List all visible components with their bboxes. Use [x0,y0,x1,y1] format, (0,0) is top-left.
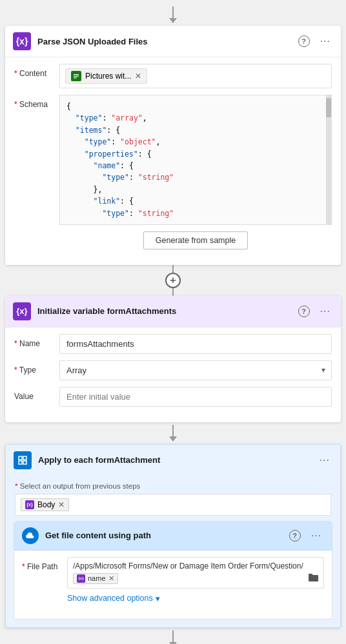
parse-json-actions: ? ··· [296,34,333,48]
code-line-5: "properties": { [66,148,325,160]
svg-rect-5 [19,461,22,464]
svg-rect-3 [19,456,22,460]
loop-more-button[interactable]: ··· [317,453,332,467]
code-line-10: "type": "string" [66,208,325,219]
var-name-row: Name [14,334,332,354]
content-tags-row[interactable]: Pictures wit... ✕ [59,64,332,88]
schema-field-row: Schema { "type": "array", "items": { "ty… [14,95,332,249]
content-value: Pictures wit... ✕ [59,64,332,88]
svg-rect-2 [74,77,77,78]
schema-scrollbar-thumb [326,98,331,117]
svg-rect-4 [23,456,26,460]
init-var-help-button[interactable]: ? [296,304,312,318]
get-file-title: Get file content using path [45,531,280,540]
code-line-4: "type": "object", [66,136,325,148]
file-path-box[interactable]: /Apps/Microsoft Forms/New or Damage Item… [67,557,324,589]
schema-value: { "type": "array", "items": { "type": "o… [59,95,332,249]
var-type-label: Type [14,360,53,375]
code-line-1: { [66,101,325,112]
code-line-2: "type": "array", [66,112,325,124]
parse-json-help-button[interactable]: ? [296,34,312,48]
loop-inner-container: Get file content using path ? ··· File P… [14,521,332,620]
schema-label: Schema [14,95,53,109]
init-var-icon: {x} [13,302,31,320]
init-var-body: Name Type Array String Integer Float Boo… [5,327,341,422]
var-value-label: Value [14,387,53,401]
schema-scrollbar[interactable] [326,95,331,224]
var-name-input[interactable] [59,334,332,354]
init-var-more-button[interactable]: ··· [318,304,333,318]
arrow-connector-1 [169,425,177,442]
arrow-head [169,436,177,442]
init-var-header: {x} Initialize variable formAttachments … [5,296,341,327]
var-value-input-wrapper [59,387,332,407]
show-advanced-label: Show advanced options [67,594,153,603]
body-token-chip: {x} Body ✕ [21,498,69,511]
var-name-value [59,334,332,354]
var-value-row: Value [14,387,332,407]
get-file-more-button[interactable]: ··· [309,529,324,543]
path-name-token: {x} name ✕ [73,573,118,584]
content-token-text: Pictures wit... [85,72,131,81]
var-type-row: Type Array String Integer Float Boolean … [14,360,332,380]
top-connector [169,6,177,23]
code-line-7: "type": "string" [66,171,325,183]
content-field-row: Content Pictures wit... ✕ [14,64,332,88]
generate-from-sample-button[interactable]: Generate from sample [143,231,248,249]
file-path-row: File Path /Apps/Microsoft Forms/New or D… [22,557,324,605]
arrow-line [172,425,174,436]
parse-json-header: {x} Parse JSON Uploaded Files ? ··· [5,26,341,57]
loop-select-section: Select an output from previous steps {x}… [6,476,340,521]
code-line-8: }, [66,184,325,195]
var-type-wrapper: Array String Integer Float Boolean Objec… [59,360,332,380]
parse-json-card: {x} Parse JSON Uploaded Files ? ··· Cont… [5,26,341,265]
loop-body-tags[interactable]: {x} Body ✕ [15,494,331,516]
var-type-select[interactable]: Array String Integer Float Boolean Objec… [59,360,332,380]
get-file-help-button[interactable]: ? [287,529,303,543]
code-line-6: "name": { [66,160,325,171]
path-token-icon: {x} [77,574,85,583]
parse-json-title: Parse JSON Uploaded Files [37,37,289,46]
arrow-line-2 [172,630,174,642]
get-file-card: Get file content using path ? ··· File P… [14,522,332,619]
show-advanced-button[interactable]: Show advanced options ▾ [67,589,324,605]
loop-actions: ··· [317,453,332,467]
code-line-9: "link": { [66,195,325,207]
get-file-actions: ? ··· [287,529,324,543]
loop-card: Apply to each formAttachment ··· Select … [5,444,341,628]
parse-json-body: Content Pictures wit... ✕ Sche [5,57,341,265]
code-line-3: "items": { [66,124,325,136]
init-var-card: {x} Initialize variable formAttachments … [5,296,341,422]
svg-rect-6 [23,461,26,464]
content-token-icon [71,71,81,81]
show-advanced-chevron: ▾ [156,594,160,603]
loop-header: Apply to each formAttachment ··· [6,445,340,476]
connector-line-bottom [172,288,174,296]
content-label: Content [14,64,53,78]
file-path-label: File Path [22,557,61,571]
body-token-icon: {x} [25,500,34,509]
get-file-icon [22,527,39,544]
add-step-button-1[interactable]: + [165,273,181,288]
arrow-connector-2 [169,630,177,644]
var-value-input[interactable] [59,387,332,407]
content-token: Pictures wit... ✕ [65,68,147,84]
body-token-label: Body [37,500,55,509]
body-token-close[interactable]: ✕ [58,500,65,509]
folder-browse-button[interactable] [308,573,318,584]
svg-rect-0 [74,74,79,75]
get-file-header: Get file content using path ? ··· [14,522,332,550]
path-token-close[interactable]: ✕ [108,574,114,583]
content-token-close[interactable]: ✕ [135,72,141,80]
svg-rect-1 [74,76,79,77]
plus-connector-1: + [165,265,181,296]
path-token-label: name [88,574,106,582]
loop-icon [14,451,32,469]
var-name-label: Name [14,334,53,348]
loop-select-label: Select an output from previous steps [15,482,331,490]
parse-json-more-button[interactable]: ··· [318,34,333,48]
parse-json-icon: {x} [13,32,31,50]
schema-code-box[interactable]: { "type": "array", "items": { "type": "o… [59,95,332,225]
file-path-text: /Apps/Microsoft Forms/New or Damage Item… [73,561,303,571]
init-var-title: Initialize variable formAttachments [37,306,289,316]
